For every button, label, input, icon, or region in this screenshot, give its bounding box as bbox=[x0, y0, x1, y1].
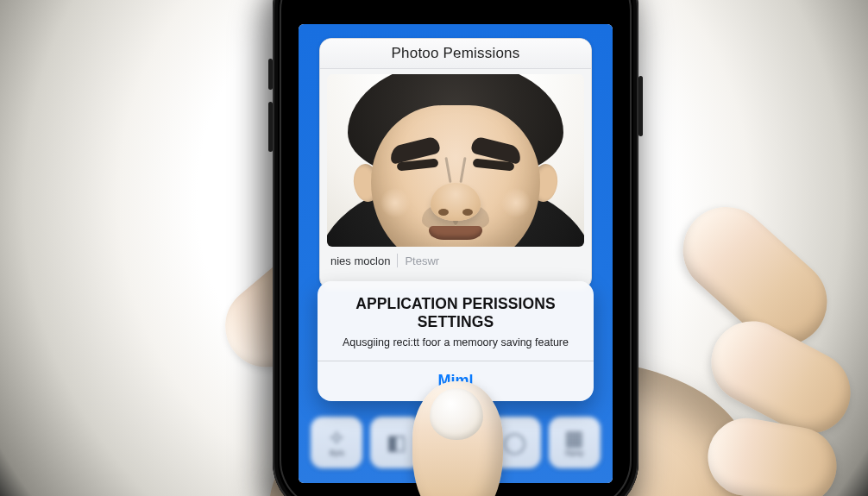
app-icon-label: Sipsy bbox=[565, 449, 584, 457]
app-glyph-icon: ◯ bbox=[503, 432, 526, 453]
app-icon-label: Byis bbox=[330, 449, 344, 457]
app-glyph-icon: ▦ bbox=[564, 428, 584, 449]
mute-switch bbox=[268, 59, 273, 90]
thumb bbox=[412, 381, 503, 496]
frustrated-portrait bbox=[327, 74, 584, 247]
thumbnail bbox=[430, 388, 483, 440]
scene: Photoo Pemissions bbox=[0, 0, 868, 496]
app-icon[interactable]: ✧ Byis bbox=[311, 417, 362, 468]
photos-card-caption: nies moclon Pteswr bbox=[320, 247, 591, 267]
photos-permission-card: Photoo Pemissions bbox=[319, 38, 592, 290]
caption-left: nies moclon bbox=[330, 254, 390, 267]
app-glyph-icon: ✧ bbox=[328, 428, 345, 449]
app-glyph-icon: ◧ bbox=[387, 432, 406, 453]
caption-right: Pteswr bbox=[405, 254, 439, 267]
power-button bbox=[638, 76, 643, 136]
permission-preview-image bbox=[327, 74, 584, 247]
alert-body: Aqusgiing reci:tt foor a memoory saving … bbox=[318, 335, 594, 361]
alert-title: Application Perissions Settings bbox=[318, 281, 594, 335]
photos-card-title: Photoo Pemissions bbox=[320, 39, 591, 69]
caption-divider bbox=[397, 254, 398, 267]
app-icon[interactable]: ▦ Sipsy bbox=[549, 417, 601, 468]
volume-button bbox=[268, 102, 273, 152]
